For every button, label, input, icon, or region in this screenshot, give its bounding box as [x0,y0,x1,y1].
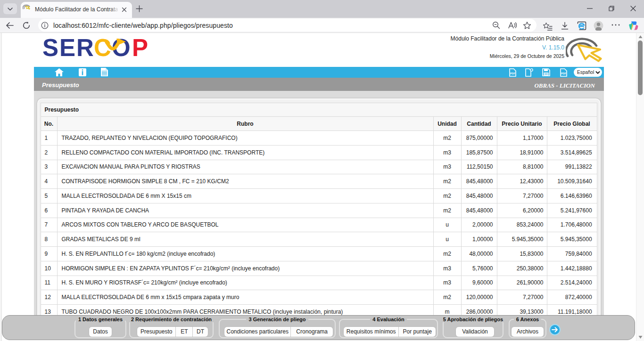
svg-text:P: P [132,39,148,58]
svg-text:PDF: PDF [510,72,516,74]
svg-text:C: C [94,39,111,58]
svg-text:SER: SER [42,39,95,58]
svg-text:PDF: PDF [561,72,567,74]
